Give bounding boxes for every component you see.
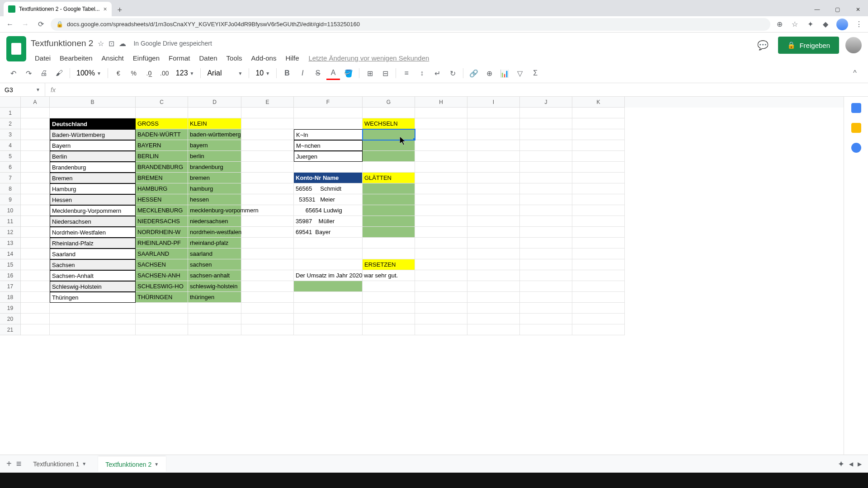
last-change-link[interactable]: Letzte Änderung vor wenigen Sekunden — [304, 52, 434, 64]
cell[interactable]: THÜRINGEN — [136, 292, 188, 303]
close-tab-icon[interactable]: × — [104, 5, 107, 13]
cell[interactable] — [21, 292, 50, 303]
cell[interactable] — [136, 108, 188, 118]
menu-einfuegen[interactable]: Einfügen — [129, 52, 164, 64]
add-sheet-button[interactable]: + — [6, 459, 12, 469]
cell[interactable] — [136, 303, 188, 314]
cell[interactable] — [363, 292, 415, 303]
cell[interactable] — [467, 216, 520, 227]
cell[interactable]: Hessen — [50, 194, 136, 205]
cell[interactable]: bayern — [188, 140, 241, 151]
cell[interactable] — [294, 238, 363, 249]
all-sheets-button[interactable]: ≡ — [16, 459, 22, 469]
cell[interactable] — [415, 205, 467, 216]
cell[interactable] — [241, 281, 294, 292]
cell[interactable]: 35987 Müller — [294, 216, 363, 227]
cell[interactable] — [21, 259, 50, 270]
row-header[interactable]: 7 — [0, 173, 21, 183]
cell[interactable] — [241, 129, 294, 140]
cell[interactable] — [415, 216, 467, 227]
row-header[interactable]: 4 — [0, 140, 21, 151]
cell[interactable] — [21, 183, 50, 194]
cell[interactable]: Sachsen-Anhalt — [50, 270, 136, 281]
cell[interactable] — [415, 151, 467, 162]
cell[interactable] — [467, 118, 520, 129]
cell[interactable] — [520, 259, 572, 270]
cell[interactable] — [415, 227, 467, 238]
col-header[interactable]: K — [572, 97, 625, 108]
cell[interactable]: NORDRHEIN-W — [136, 227, 188, 238]
cell[interactable] — [241, 303, 294, 314]
menu-addons[interactable]: Add-ons — [247, 52, 281, 64]
row-header[interactable]: 20 — [0, 314, 21, 324]
minimize-button[interactable]: — — [807, 3, 827, 16]
sheet-tab-1[interactable]: Textfunktionen 1▼ — [26, 457, 94, 471]
cell[interactable] — [241, 249, 294, 259]
menu-datei[interactable]: Datei — [31, 52, 55, 64]
cell[interactable]: schleswig-holstein — [188, 281, 241, 292]
cell[interactable]: 56565 Schmidt — [294, 183, 363, 194]
paint-format-button[interactable]: 🖌 — [52, 66, 66, 80]
cell[interactable] — [520, 151, 572, 162]
cell[interactable] — [363, 205, 415, 216]
cell[interactable]: BAYERN — [136, 140, 188, 151]
cell[interactable]: GLÄTTEN — [363, 173, 415, 183]
row-header[interactable]: 6 — [0, 162, 21, 173]
cell[interactable]: mecklenburg-vorpommern — [188, 205, 241, 216]
cell[interactable]: nordrhein-westfalen — [188, 227, 241, 238]
cell[interactable] — [520, 118, 572, 129]
currency-button[interactable]: € — [112, 66, 125, 80]
cell[interactable]: MECKLENBURG — [136, 205, 188, 216]
cell[interactable] — [572, 259, 625, 270]
cell[interactable] — [363, 194, 415, 205]
cell[interactable] — [415, 183, 467, 194]
cell[interactable] — [520, 314, 572, 324]
cell[interactable] — [241, 108, 294, 118]
cell[interactable]: K~ln — [294, 129, 363, 140]
comment-button[interactable]: ⊕ — [482, 66, 496, 80]
cell[interactable] — [467, 108, 520, 118]
row-header[interactable]: 18 — [0, 292, 21, 303]
cell[interactable]: Rheinland-Pfalz — [50, 238, 136, 249]
cell[interactable]: saarland — [188, 249, 241, 259]
cell[interactable]: 65654 Ludwig — [294, 205, 363, 216]
menu-icon[interactable]: ⋮ — [854, 20, 863, 29]
cell[interactable]: 53531 Meier — [294, 194, 363, 205]
cell[interactable] — [21, 249, 50, 259]
cell[interactable] — [415, 314, 467, 324]
cell[interactable]: SCHLESWIG-HO — [136, 281, 188, 292]
cell[interactable]: Saarland — [50, 249, 136, 259]
cell[interactable] — [188, 108, 241, 118]
cell[interactable] — [21, 238, 50, 249]
share-button[interactable]: 🔒 Freigeben — [778, 37, 839, 54]
cell[interactable] — [241, 162, 294, 173]
move-icon[interactable]: ⊡ — [108, 39, 114, 48]
cell[interactable]: KLEIN — [188, 118, 241, 129]
menu-bearbeiten[interactable]: Bearbeiten — [56, 52, 97, 64]
row-header[interactable]: 11 — [0, 216, 21, 227]
cell[interactable]: GROSS — [136, 118, 188, 129]
cell[interactable] — [363, 227, 415, 238]
cell[interactable] — [467, 314, 520, 324]
cell[interactable] — [467, 151, 520, 162]
collapse-toolbar-button[interactable]: ^ — [848, 66, 862, 80]
cell[interactable] — [415, 292, 467, 303]
cell[interactable] — [520, 249, 572, 259]
star-icon[interactable]: ☆ — [98, 39, 104, 48]
cell[interactable] — [21, 173, 50, 183]
row-header[interactable]: 8 — [0, 183, 21, 194]
cell[interactable]: Sachsen — [50, 259, 136, 270]
cell[interactable] — [21, 303, 50, 314]
cell[interactable] — [520, 205, 572, 216]
profile-avatar[interactable] — [836, 19, 848, 30]
cell[interactable] — [21, 281, 50, 292]
cell[interactable] — [467, 238, 520, 249]
cell[interactable] — [572, 238, 625, 249]
col-header[interactable]: B — [50, 97, 136, 108]
cell[interactable] — [21, 216, 50, 227]
decrease-decimal-button[interactable]: .0̲ — [142, 66, 156, 80]
cell[interactable] — [50, 303, 136, 314]
cell[interactable] — [467, 303, 520, 314]
cell[interactable] — [241, 140, 294, 151]
cell[interactable]: RHEINLAND-PF — [136, 238, 188, 249]
